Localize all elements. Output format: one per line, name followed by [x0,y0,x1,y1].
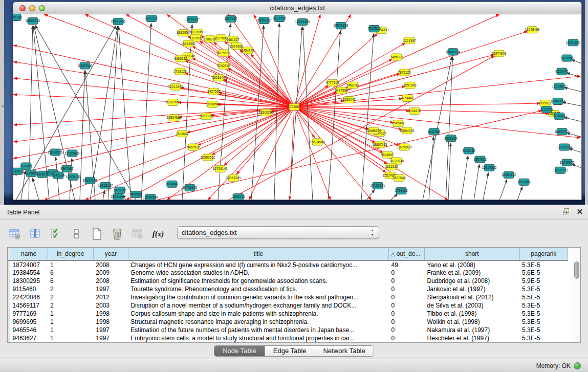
network-window-titlebar[interactable]: citations_edges.txt [13,2,581,14]
table-cell[interactable]: Wolkin et al. (1998) [424,318,519,326]
graph-node[interactable] [448,49,458,55]
graph-node[interactable] [344,96,354,103]
table-cell[interactable]: 6 [48,269,93,277]
graph-node[interactable] [347,82,358,89]
table-cell[interactable]: 0 [389,301,425,310]
table-cell[interactable]: 1 [48,334,93,342]
close-panel-icon[interactable]: ✕ [576,208,583,215]
table-cell[interactable]: 9699695 [10,318,48,326]
graph-node[interactable] [26,170,36,177]
table-row[interactable]: 969969511998Structural magnetic resonanc… [8,318,568,326]
table-cell[interactable]: Stergiakouli et al. (2012) [424,293,519,301]
graph-node[interactable] [312,139,322,145]
table-cell[interactable]: 5.5E-5 [519,293,568,301]
graph-node[interactable] [562,159,572,166]
graph-node[interactable] [554,113,564,120]
graph-node[interactable] [100,182,111,189]
graph-node[interactable] [209,88,219,95]
table-cell[interactable]: 2 [48,301,93,310]
close-window-icon[interactable] [19,5,26,11]
column-header-out-de-[interactable]: △out_de... [389,248,425,260]
table-cell[interactable]: Jankovic et al. (1997) [424,285,519,293]
graph-node[interactable] [553,98,563,104]
table-cell[interactable]: 9777169 [10,310,48,318]
graph-node[interactable] [115,187,125,193]
graph-node[interactable] [145,194,156,200]
minimize-window-icon[interactable] [29,5,35,11]
graph-node[interactable] [464,147,474,154]
zoom-window-icon[interactable] [39,5,45,11]
graph-node[interactable] [185,184,195,191]
table-cell[interactable]: 5.3E-5 [519,326,568,334]
graph-node[interactable] [402,127,412,134]
new-table-icon[interactable] [89,226,104,242]
table-cell[interactable]: 1998 [93,318,128,326]
table-scrollbar[interactable] [573,248,580,342]
tab-node-table[interactable]: Node Table [214,346,265,356]
graph-node[interactable] [176,55,186,62]
table-row[interactable]: 946554611997Estimation of the future num… [8,326,568,334]
graph-node[interactable] [169,115,179,121]
table-cell[interactable]: 2008 [93,260,128,269]
table-cell[interactable]: 0 [389,277,425,285]
table-row[interactable]: 946362711997Embryonic stem cells: a mode… [8,334,568,342]
table-cell[interactable]: 6 [48,277,93,285]
table-scrollbar-thumb[interactable] [574,261,579,279]
column-header-short[interactable]: short [424,248,519,260]
table-cell[interactable]: 9465546 [10,326,48,334]
table-cell[interactable]: 0 [389,318,425,326]
graph-node[interactable] [228,36,238,43]
table-cell[interactable]: 5.6E-5 [519,269,568,277]
graph-node[interactable] [216,35,226,41]
table-cell[interactable]: Estimation of the future numbers of pati… [128,326,388,334]
graph-node[interactable] [188,144,199,150]
table-cell[interactable]: 0 [389,269,425,277]
table-cell[interactable]: 9463627 [10,334,48,342]
graph-node[interactable] [62,165,72,172]
table-cell[interactable]: 1 [48,326,93,334]
table-cell[interactable]: 2012 [93,293,128,301]
table-cell[interactable]: 5.9E-5 [519,277,568,285]
graph-node[interactable] [396,187,406,194]
table-cell[interactable]: Corpus callosum shape and size in male p… [128,310,388,318]
table-row[interactable]: 1872400712008Changes of HCN gene express… [8,260,568,269]
graph-node[interactable] [386,163,397,170]
table-cell[interactable]: 0 [389,334,425,342]
graph-node[interactable] [399,69,409,76]
table-row[interactable]: 1456911722003Disruption of a novel membe… [8,301,568,310]
graph-node[interactable] [201,113,211,120]
graph-node[interactable] [205,36,215,42]
table-cell[interactable]: 0 [389,285,425,293]
table-cell[interactable]: 2003 [93,301,128,310]
graph-node[interactable] [231,43,242,50]
graph-node[interactable] [557,128,567,135]
graph-node[interactable] [261,110,271,116]
table-cell[interactable]: Structural magnetic resonance image aver… [128,318,388,326]
graph-node[interactable] [404,37,415,44]
select-column-icon[interactable] [28,226,43,242]
table-row[interactable]: 2242004622012Investigating the contribut… [8,293,568,301]
graph-node[interactable] [213,74,224,81]
graph-node[interactable] [297,19,308,26]
table-cell[interactable]: 2 [48,285,93,293]
graph-node[interactable] [146,15,157,22]
table-cell[interactable]: Embryonic stem cells: a model to study s… [128,334,388,342]
graph-node[interactable] [13,168,23,174]
graph-node[interactable] [13,14,21,21]
tab-network-table[interactable]: Network Table [315,346,374,356]
graph-node[interactable] [168,99,178,105]
graph-node[interactable] [228,174,238,181]
graph-node[interactable] [68,173,78,180]
graph-node[interactable] [391,54,402,60]
table-cell[interactable]: 5.3E-5 [519,318,568,326]
graph-node[interactable] [37,171,48,178]
network-window[interactable]: citations_edges.txt 17240078912954182260… [13,2,582,200]
table-cell[interactable]: Dudbridge et al. (2008) [424,277,519,285]
column-header-in-degree[interactable]: in_degree [48,248,93,260]
graph-node[interactable] [429,128,439,135]
table-cell[interactable]: 5.3E-5 [519,334,568,342]
table-selector-dropdown[interactable]: citations_edges.txt ▲▼ [177,226,379,239]
graph-node[interactable] [50,149,60,156]
graph-node[interactable] [336,23,346,29]
graph-node[interactable] [494,50,504,57]
